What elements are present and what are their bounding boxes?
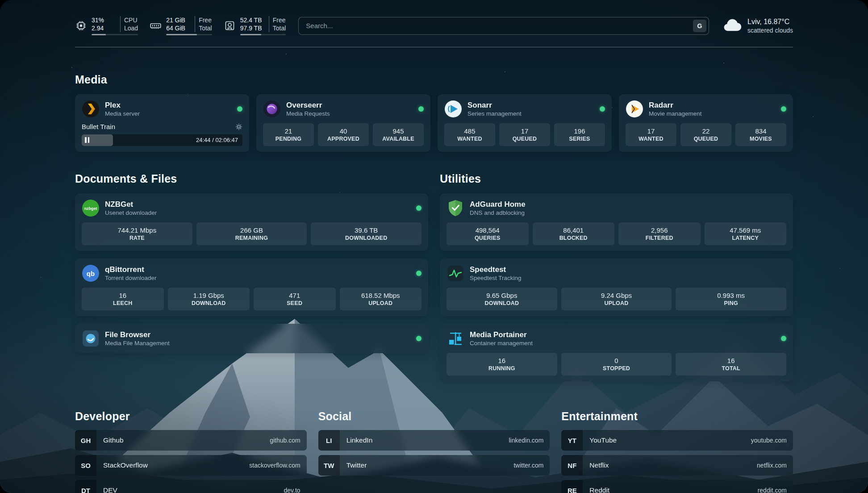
header-divider	[75, 47, 793, 47]
speedtest-name: Speedtest	[470, 265, 522, 274]
adguard-name: AdGuard Home	[470, 200, 526, 209]
weather-widget: Lviv, 16.87°C scattered clouds	[722, 17, 793, 34]
reddit-icon: RE	[561, 480, 583, 493]
bookmark-netflix[interactable]: NF Netflix netflix.com	[561, 455, 793, 476]
social-section-title: Social	[318, 410, 550, 423]
media-section-title: Media	[75, 73, 793, 86]
plex-subtitle: Media server	[105, 110, 140, 117]
radarr-stat-movies: 834 MOVIES	[735, 123, 786, 146]
playback-time: 24:44 / 02:06:47	[196, 137, 238, 143]
sonarr-subtitle: Series management	[467, 110, 522, 117]
filebrowser-name: File Browser	[105, 330, 170, 339]
radarr-status-indicator	[781, 106, 786, 112]
dev-icon: DT	[75, 480, 96, 493]
adguard-stat-queries: 498,564 QUERIES	[447, 222, 529, 245]
speedtest-icon	[447, 264, 464, 282]
adguard-stat-latency: 47.569 ms LATENCY	[705, 222, 787, 245]
portainer-stat-stopped: 0 STOPPED	[561, 353, 672, 376]
github-icon: GH	[75, 430, 96, 451]
twitter-icon: TW	[318, 455, 340, 476]
nzbget-card[interactable]: nzbget NZBGet Usenet downloader 74	[75, 193, 428, 251]
bookmark-stackoverflow[interactable]: SO StackOverflow stackoverflow.com	[75, 455, 307, 476]
nzbget-icon: nzbget	[82, 199, 100, 217]
memory-total: 64 GiB	[166, 24, 192, 32]
adguard-stat-blocked: 86,401 BLOCKED	[533, 222, 615, 245]
section-developer: Developer GH Github github.com SO StackO…	[75, 410, 307, 493]
qbittorrent-icon: qb	[82, 264, 100, 282]
developer-section-title: Developer	[75, 410, 307, 423]
sonarr-status-indicator	[600, 106, 605, 112]
bookmark-youtube[interactable]: YT YouTube youtube.com	[561, 430, 793, 451]
speedtest-stat-download: 9.65 Gbps DOWNLOAD	[447, 288, 557, 310]
bookmark-reddit[interactable]: RE Reddit reddit.com	[561, 480, 793, 493]
adguard-subtitle: DNS and adblocking	[470, 209, 526, 217]
nzbget-stat-rate: 744.21 Mbps RATE	[82, 222, 192, 245]
background-stars	[0, 0, 1, 1]
speedtest-stat-ping: 0.993 ms PING	[676, 288, 786, 310]
overseerr-stat-approved: 40 APPROVED	[318, 123, 369, 146]
overseerr-card[interactable]: Overseerr Media Requests 21 PENDING 40 A…	[256, 94, 430, 152]
nzbget-name: NZBGet	[105, 200, 157, 209]
memory-total-label: Total	[195, 24, 212, 32]
memory-widget: 21 GiBFree 64 GiBTotal	[150, 16, 212, 35]
sonarr-stat-wanted: 485 WANTED	[444, 123, 495, 146]
radarr-card[interactable]: Radarr Movie management 17 WANTED 22 QUE…	[619, 94, 793, 152]
portainer-subtitle: Container management	[470, 339, 533, 347]
bookmark-github[interactable]: GH Github github.com	[75, 430, 307, 451]
playback-progress-bar[interactable]: 24:44 / 02:06:47	[82, 134, 242, 146]
bookmark-dev[interactable]: DT DEV dev.to	[75, 480, 307, 493]
svg-text:qb: qb	[87, 270, 95, 277]
radarr-subtitle: Movie management	[649, 110, 702, 117]
radarr-name: Radarr	[649, 100, 702, 110]
linkedin-icon: LI	[318, 430, 340, 451]
player-settings-gear-icon[interactable]	[235, 123, 242, 130]
search-input[interactable]	[305, 21, 693, 30]
section-documents-files: Documents & Files nzbget	[75, 172, 428, 381]
qbittorrent-name: qBittorrent	[105, 265, 157, 274]
pause-button[interactable]	[85, 137, 89, 143]
dashboard-screen: 31%CPU 2.94Load 21 GiBFree 64 Gi	[0, 0, 868, 493]
netflix-icon: NF	[561, 455, 583, 476]
adguard-card[interactable]: AdGuard Home DNS and adblocking 498,564 …	[440, 193, 793, 251]
search-bar[interactable]: G	[298, 17, 709, 35]
cloud-icon	[722, 18, 742, 33]
disk-icon	[224, 20, 236, 32]
stackoverflow-icon: SO	[75, 455, 96, 476]
section-media: Media Plex	[75, 73, 793, 152]
radarr-stat-queued: 22 QUEUED	[680, 123, 731, 146]
qbittorrent-subtitle: Torrent downloader	[105, 274, 157, 282]
disk-total-label: Total	[269, 24, 286, 32]
cpu-load: 2.94	[92, 24, 117, 32]
qbittorrent-card[interactable]: qb qBittorrent Torrent downloader	[75, 259, 428, 316]
system-stats: 31%CPU 2.94Load 21 GiBFree 64 Gi	[75, 16, 286, 35]
plex-card[interactable]: Plex Media server Bullet Train	[75, 94, 249, 152]
bookmark-twitter[interactable]: TW Twitter twitter.com	[318, 455, 550, 476]
cpu-label: CPU	[120, 16, 138, 24]
adguard-stat-filtered: 2,956 FILTERED	[618, 222, 701, 245]
search-engine-button[interactable]: G	[693, 20, 706, 32]
memory-usage-bar	[166, 34, 212, 35]
overseerr-name: Overseerr	[286, 100, 330, 110]
memory-free-label: Free	[195, 16, 212, 24]
cpu-percent: 31%	[92, 16, 117, 24]
sonarr-icon	[444, 100, 462, 118]
portainer-stat-running: 16 RUNNING	[447, 353, 557, 376]
qbittorrent-stat-upload: 618.52 Mbps UPLOAD	[340, 288, 422, 310]
qbittorrent-stat-download: 1.19 Gbps DOWNLOAD	[168, 288, 250, 310]
top-bar: 31%CPU 2.94Load 21 GiBFree 64 Gi	[75, 0, 793, 35]
overseerr-subtitle: Media Requests	[286, 110, 330, 117]
nzbget-status-indicator	[416, 205, 421, 211]
filebrowser-icon	[82, 330, 100, 347]
plex-status-indicator	[237, 106, 242, 112]
disk-usage-bar	[240, 34, 286, 35]
qbittorrent-status-indicator	[416, 271, 421, 276]
filebrowser-card[interactable]: File Browser Media File Management	[75, 324, 428, 353]
youtube-icon: YT	[561, 430, 583, 451]
filebrowser-subtitle: Media File Management	[105, 339, 170, 347]
bookmark-linkedin[interactable]: LI LinkedIn linkedin.com	[318, 430, 550, 451]
portainer-card[interactable]: Media Portainer Container management 16 …	[440, 324, 793, 381]
disk-widget: 52.4 TBFree 97.9 TBTotal	[224, 16, 286, 35]
overseerr-stat-available: 945 AVAILABLE	[373, 123, 424, 146]
sonarr-card[interactable]: Sonarr Series management 485 WANTED 17 Q…	[438, 94, 612, 152]
speedtest-card[interactable]: Speedtest Speedtest Tracking 9.65 Gbps D…	[440, 259, 793, 316]
